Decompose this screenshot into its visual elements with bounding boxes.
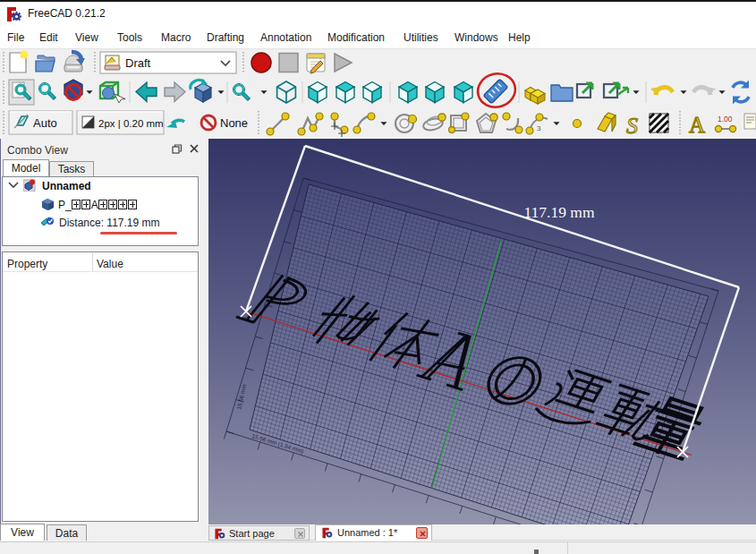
svg-text:117.19 mm: 117.19 mm — [523, 203, 594, 221]
svg-text:2px | 0.20 mm: 2px | 0.20 mm — [98, 118, 164, 129]
svg-text:1.00: 1.00 — [718, 115, 733, 124]
svg-text:None: None — [220, 116, 248, 130]
svg-text:S: S — [626, 113, 638, 139]
svg-text:A: A — [689, 113, 705, 137]
svg-text:Auto: Auto — [33, 116, 57, 130]
svg-text:Draft: Draft — [125, 56, 151, 70]
svg-text:3: 3 — [537, 124, 541, 132]
